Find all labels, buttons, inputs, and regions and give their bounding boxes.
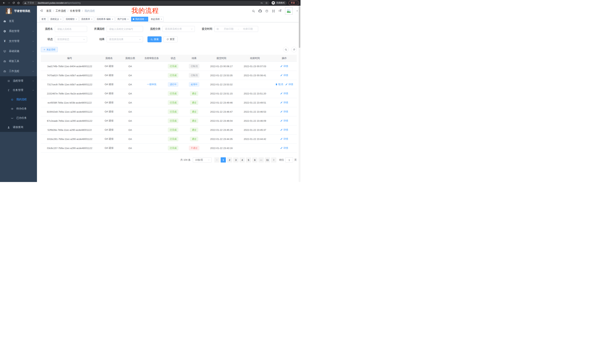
action-detail-link[interactable]: 详情 [280, 146, 288, 150]
sidebar-item-home[interactable]: 首页 [0, 16, 37, 26]
tab-process-definition[interactable]: 流程定义× [49, 17, 63, 21]
breadcrumb-item[interactable]: 工作流程 [56, 9, 66, 13]
action-cancel-link[interactable]: 取消 [275, 83, 283, 86]
browser-back-button[interactable] [1, 0, 6, 5]
browser-menu-icon[interactable] [296, 2, 298, 4]
close-icon[interactable]: × [60, 18, 61, 20]
tab-start-process[interactable]: 发起流程× [149, 17, 164, 21]
action-detail-link[interactable]: 详情 [280, 128, 288, 132]
category-placeholder: 请选择流程分类 [165, 27, 190, 31]
browser-home-button[interactable] [16, 0, 21, 5]
table-row: 3ad174fb-7b9d-11ec-8404-acde48001122OA 请… [41, 62, 297, 71]
sidebar-item-infrastructure[interactable]: 基础设施 [0, 46, 37, 56]
process-name-input[interactable] [55, 26, 87, 32]
page-button-6[interactable]: 6 [252, 157, 257, 163]
edit-icon [280, 74, 283, 77]
fullscreen-icon[interactable] [272, 10, 275, 13]
action-detail-link[interactable]: 详情 [280, 92, 288, 95]
page-button-2[interactable]: 2 [227, 157, 232, 163]
action-detail-link[interactable]: 详情 [280, 110, 288, 113]
password-key-icon[interactable] [260, 2, 263, 4]
sidebar-item-my-process[interactable]: 我的流程 [0, 95, 37, 104]
close-icon[interactable]: × [76, 18, 77, 20]
sidebar-item-dev-tools[interactable]: 研发工具 [0, 56, 37, 66]
result-select[interactable]: 请选择流结果 [107, 36, 143, 42]
refresh-table-button[interactable] [291, 47, 297, 52]
sidebar-item-system-management[interactable]: 系统管理 [0, 26, 37, 36]
current-task-link[interactable]: 一级审批 [147, 83, 157, 86]
page-scrollbar[interactable] [299, 6, 300, 182]
header-actions: TT [252, 7, 300, 15]
sidebar-item-todo-tasks[interactable]: 待办任务 [0, 104, 37, 113]
action-detail-link[interactable]: 详情 [285, 83, 293, 86]
help-icon[interactable] [265, 10, 268, 13]
page-size-select[interactable]: 10条/页 [193, 157, 211, 163]
browser-reload-button[interactable] [11, 0, 16, 5]
cell-category: OA [120, 134, 140, 144]
sidebar-item-leave-query[interactable]: 请假查询 [0, 123, 37, 132]
browser-forward-button[interactable] [6, 0, 11, 5]
tab-process-form-edit[interactable]: 流程表单-编辑× [95, 17, 115, 21]
close-icon[interactable]: × [112, 18, 113, 20]
status-select[interactable]: 请选择状态 [55, 36, 87, 42]
close-icon[interactable]: × [127, 18, 129, 20]
sidebar-item-workflow[interactable]: 工作流程 [0, 66, 37, 76]
start-date-placeholder: 开始日期 [220, 27, 237, 31]
tab-my-process[interactable]: 我的流程× [131, 17, 148, 21]
page-button-1[interactable]: 1 [221, 157, 226, 163]
page-button-5[interactable]: 5 [246, 157, 251, 163]
close-icon[interactable]: × [161, 18, 162, 20]
breadcrumb-item[interactable]: 任务管理 [70, 9, 80, 13]
action-detail-link[interactable]: 详情 [280, 137, 288, 141]
next-page-button[interactable] [271, 157, 276, 163]
tab-home[interactable]: 首页 [40, 17, 48, 21]
close-icon[interactable]: × [91, 18, 92, 20]
cell-process-name: OA 请假 [99, 116, 120, 125]
edit-icon [280, 65, 283, 67]
sidebar-item-process-management[interactable]: 流程管理 [0, 76, 37, 86]
action-detail-link[interactable]: 详情 [280, 65, 288, 68]
sidebar-item-payment-management[interactable]: ¥支付管理 [0, 36, 37, 46]
avatar-caret-icon[interactable] [296, 10, 298, 12]
close-icon[interactable]: × [145, 18, 146, 20]
action-detail-link[interactable]: 详情 [280, 74, 288, 77]
browser-update-button[interactable]: 更新 [289, 1, 299, 5]
page-button-4[interactable]: 4 [240, 157, 245, 163]
user-avatar[interactable] [285, 7, 292, 15]
start-process-button[interactable]: 发起流程 [41, 47, 58, 52]
category-select[interactable]: 请选择流程分类 [162, 26, 195, 32]
search-button[interactable]: 搜索 [148, 36, 161, 42]
process-def-input[interactable] [107, 26, 143, 32]
app-logo[interactable]: 芋道管理系统 [0, 6, 37, 16]
breadcrumb-item[interactable]: 首页 [46, 9, 51, 13]
page-button-11[interactable]: 11 [265, 157, 270, 163]
goto-page-input[interactable] [285, 157, 293, 163]
refresh-icon [166, 38, 169, 41]
tab-user-group[interactable]: 用户分组× [116, 17, 130, 21]
page-button-3[interactable]: 3 [233, 157, 239, 163]
more-pages-button[interactable]: ··· [259, 157, 264, 163]
scrollbar-thumb[interactable] [299, 6, 300, 48]
reset-button[interactable]: 重置 [163, 36, 178, 42]
cell-submit-time: 2022-01-22 23:53:32 [205, 80, 238, 89]
tab-process-form[interactable]: 流程表单× [80, 17, 94, 21]
action-detail-link[interactable]: 详情 [280, 101, 288, 104]
cell-actions: 详情 [272, 144, 297, 153]
goto-label: 前往 [279, 158, 284, 162]
toggle-search-button[interactable] [283, 47, 289, 52]
font-size-icon[interactable]: TT [279, 10, 281, 12]
bookmark-star-icon[interactable] [265, 2, 268, 4]
header-search-icon[interactable] [252, 10, 255, 13]
sidebar-item-done-tasks[interactable]: 已办任务 [0, 113, 37, 123]
address-bar[interactable]: 不安全 dashboard.yudao.iocoder.cn/bpm/task/… [22, 1, 270, 5]
sidebar-collapse-button[interactable] [37, 9, 46, 13]
cell-actions: 取消详情 [272, 80, 297, 89]
github-icon[interactable] [259, 10, 262, 13]
tab-process-model[interactable]: 流程模型× [64, 17, 78, 21]
submit-time-range-picker[interactable]: 开始日期 - 结束日期 [214, 26, 258, 32]
action-detail-link[interactable]: 详情 [280, 119, 288, 123]
prev-page-button[interactable] [214, 157, 220, 163]
tags-view-bar: 首页流程定义×流程模型×流程表单×流程表单-编辑×用户分组×我的流程×发起流程× [37, 16, 300, 22]
status-badge: 已完成 [168, 109, 178, 114]
sidebar-item-task-management[interactable]: 任务管理 [0, 86, 37, 95]
